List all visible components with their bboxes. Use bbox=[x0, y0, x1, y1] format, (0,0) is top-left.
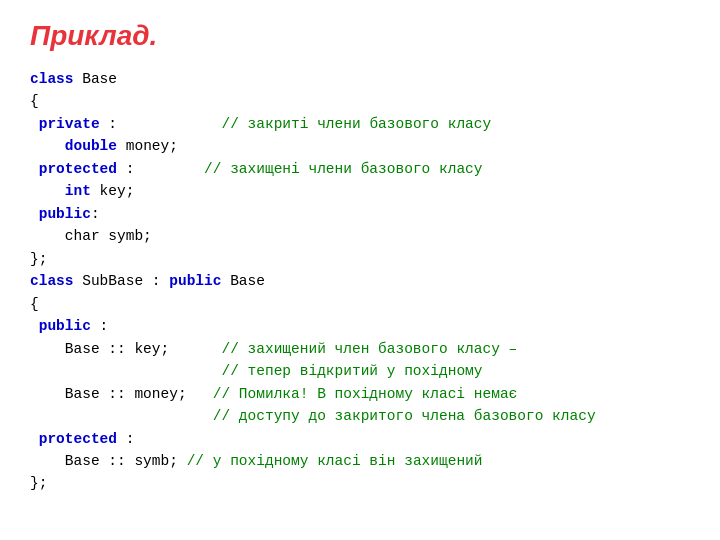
page: Приклад. class Base { private : // закри… bbox=[0, 0, 720, 540]
comment-key-1: // захищений член базового класу – bbox=[221, 341, 517, 357]
keyword-class-1: class bbox=[30, 71, 82, 87]
comment-symb: // у похідному класі він захищений bbox=[187, 453, 483, 469]
comment-protected: // захищені члени базового класу bbox=[204, 161, 482, 177]
code-line-17: protected : bbox=[30, 428, 690, 450]
code-line-3: private : // закриті члени базового клас… bbox=[30, 113, 690, 135]
code-line-1: class Base bbox=[30, 68, 690, 90]
code-line-6: int key; bbox=[30, 180, 690, 202]
comment-money-1: // Помилка! В похідному класі немає bbox=[213, 386, 518, 402]
keyword-protected-2: protected bbox=[39, 431, 117, 447]
keyword-public-inherit: public bbox=[169, 273, 230, 289]
code-line-13: Base :: key; // захищений член базового … bbox=[30, 338, 690, 360]
keyword-public-2: public bbox=[39, 318, 91, 334]
code-line-15: Base :: money; // Помилка! В похідному к… bbox=[30, 383, 690, 405]
code-block: class Base { private : // закриті члени … bbox=[30, 68, 690, 495]
keyword-public-1: public bbox=[39, 206, 91, 222]
text-base: Base bbox=[82, 71, 117, 87]
code-line-18: Base :: symb; // у похідному класі він з… bbox=[30, 450, 690, 472]
keyword-private: private bbox=[39, 116, 100, 132]
code-line-9: }; bbox=[30, 248, 690, 270]
comment-key-2: // тепер відкритий у похідному bbox=[221, 363, 482, 379]
code-line-4: double money; bbox=[30, 135, 690, 157]
keyword-double: double bbox=[65, 138, 117, 154]
code-line-11: { bbox=[30, 293, 690, 315]
keyword-protected-1: protected bbox=[39, 161, 117, 177]
code-line-19: }; bbox=[30, 472, 690, 494]
code-line-7: public: bbox=[30, 203, 690, 225]
code-line-5: protected : // захищені члени базового к… bbox=[30, 158, 690, 180]
code-line-16: // доступу до закритого члена базового к… bbox=[30, 405, 690, 427]
comment-money-2: // доступу до закритого члена базового к… bbox=[213, 408, 596, 424]
keyword-int: int bbox=[65, 183, 91, 199]
code-line-14: // тепер відкритий у похідному bbox=[30, 360, 690, 382]
code-line-12: public : bbox=[30, 315, 690, 337]
code-line-2: { bbox=[30, 90, 690, 112]
page-title: Приклад. bbox=[30, 20, 690, 52]
code-line-10: class SubBase : public Base bbox=[30, 270, 690, 292]
code-line-8: char symb; bbox=[30, 225, 690, 247]
comment-private: // закриті члени базового класу bbox=[221, 116, 491, 132]
keyword-class-2: class bbox=[30, 273, 82, 289]
